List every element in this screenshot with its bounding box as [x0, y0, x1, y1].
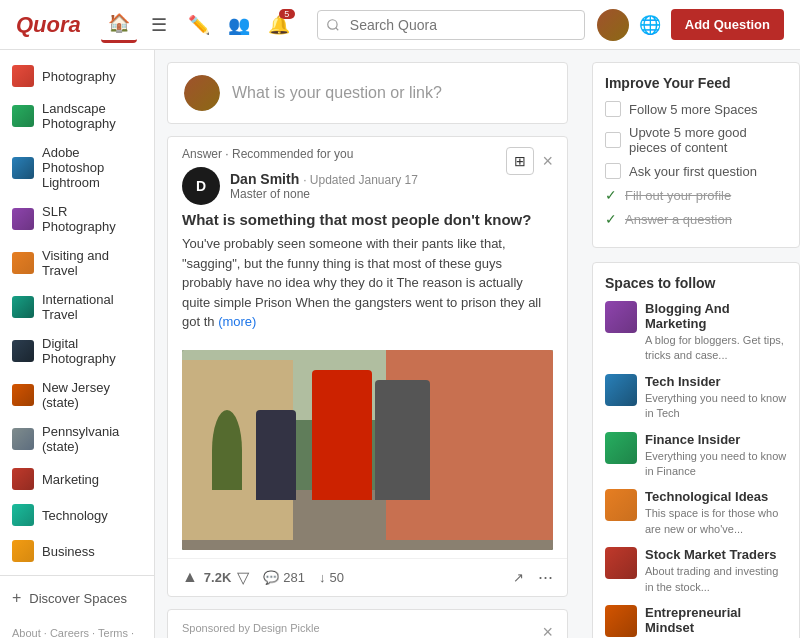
space-name-1[interactable]: Tech Insider — [645, 374, 787, 389]
more-link[interactable]: (more) — [218, 314, 256, 329]
feed-item-0: Follow 5 more Spaces — [605, 101, 787, 117]
sidebar-item-digital[interactable]: Digital Photography — [0, 329, 154, 373]
space-name-4[interactable]: Stock Market Traders — [645, 547, 787, 562]
share-icon: ↗ — [513, 570, 524, 585]
footer-careers[interactable]: Careers — [50, 627, 89, 638]
nav-edit[interactable]: ✏️ — [181, 7, 217, 43]
author-name[interactable]: Dan Smith · Updated January 17 — [230, 171, 418, 187]
nav-home[interactable]: 🏠 — [101, 7, 137, 43]
feed-label-0: Follow 5 more Spaces — [629, 102, 758, 117]
space-name-5[interactable]: Entrepreneurial Mindset — [645, 605, 787, 635]
ask-avatar — [184, 75, 220, 111]
sidebar-item-marketing[interactable]: Marketing — [0, 461, 154, 497]
close-button[interactable]: × — [542, 152, 553, 170]
travel-icon — [12, 252, 34, 274]
space-info-2: Finance Insider Everything you need to k… — [645, 432, 787, 480]
slr-icon — [12, 208, 34, 230]
space-info-4: Stock Market Traders About trading and i… — [645, 547, 787, 595]
feed-label-4: Answer a question — [625, 212, 732, 227]
main-content: What is your question or link? Answer · … — [155, 50, 580, 638]
checkbox-2[interactable] — [605, 163, 621, 179]
space-name-0[interactable]: Blogging And Marketing — [645, 301, 787, 331]
ask-placeholder[interactable]: What is your question or link? — [232, 84, 551, 102]
add-question-button[interactable]: Add Question — [671, 9, 784, 40]
bell-badge: 5 — [279, 9, 295, 19]
downvote-button[interactable]: ▽ — [237, 568, 249, 587]
sidebar-divider — [0, 575, 154, 576]
sidebar-item-photography[interactable]: Photography — [0, 58, 154, 94]
check-done-3: ✓ — [605, 187, 617, 203]
space-desc-1: Everything you need to know in Tech — [645, 391, 787, 422]
space-desc-4: About trading and investing in the stock… — [645, 564, 787, 595]
sidebar-item-slr[interactable]: SLR Photography — [0, 197, 154, 241]
feed-label-1: Upvote 5 more good pieces of content — [629, 125, 787, 155]
nav-bell[interactable]: 🔔 5 — [261, 7, 297, 43]
search-input[interactable] — [317, 10, 585, 40]
photography-icon — [12, 65, 34, 87]
business-icon — [12, 540, 34, 562]
more-button[interactable]: ··· — [538, 567, 553, 588]
feed-item-1: Upvote 5 more good pieces of content — [605, 125, 787, 155]
scene-figure3 — [256, 410, 296, 500]
discover-label: Discover Spaces — [29, 591, 127, 606]
space-name-3[interactable]: Technological Ideas — [645, 489, 787, 504]
sidebar-label-visiting: Visiting and Travel — [42, 248, 142, 278]
sidebar-item-pennsylvania[interactable]: Pennsylvania (state) — [0, 417, 154, 461]
vote-area: ▲ 7.2K ▽ — [182, 568, 249, 587]
landscape-icon — [12, 105, 34, 127]
scene-figure2 — [375, 380, 430, 500]
answer-body: What is something that most people don't… — [168, 211, 567, 342]
share-button[interactable]: ↗ — [513, 570, 524, 585]
ask-question-box: What is your question or link? — [167, 62, 568, 124]
downvote-count-area: ↓ 50 — [319, 570, 344, 585]
answer-text: You've probably seen someone with their … — [182, 234, 553, 332]
sidebar-label-photography: Photography — [42, 69, 116, 84]
sidebar-item-newjersey[interactable]: New Jersey (state) — [0, 373, 154, 417]
comment-button[interactable]: 💬 281 — [263, 570, 305, 585]
sponsored-close-button[interactable]: × — [542, 622, 553, 639]
space-icon-techideas — [605, 489, 637, 521]
sidebar-item-visiting[interactable]: Visiting and Travel — [0, 241, 154, 285]
checkbox-0[interactable] — [605, 101, 621, 117]
space-desc-0: A blog for bloggers. Get tips, tricks an… — [645, 333, 787, 364]
globe-icon[interactable]: 🌐 — [639, 14, 661, 36]
sponsored-label: Sponsored by Design Pickle — [182, 622, 553, 634]
pa-icon — [12, 428, 34, 450]
feed-item-2: Ask your first question — [605, 163, 787, 179]
scene-figure1 — [312, 370, 372, 500]
space-info-0: Blogging And Marketing A blog for blogge… — [645, 301, 787, 364]
vote-count: 7.2K — [204, 570, 231, 585]
nav-people[interactable]: 👥 — [221, 7, 257, 43]
answer-expand-icon[interactable]: ⊞ — [506, 147, 534, 175]
space-name-2[interactable]: Finance Insider — [645, 432, 787, 447]
plus-icon: + — [12, 589, 21, 607]
header: Quora 🏠 ☰ ✏️ 👥 🔔 5 🌐 Add Question — [0, 0, 800, 50]
checkbox-1[interactable] — [605, 132, 621, 148]
footer-about[interactable]: About — [12, 627, 41, 638]
sidebar-label-digital: Digital Photography — [42, 336, 142, 366]
space-icon-tech — [605, 374, 637, 406]
right-panel: Improve Your Feed Follow 5 more Spaces U… — [580, 50, 800, 638]
sidebar-item-business[interactable]: Business — [0, 533, 154, 569]
answer-question: What is something that most people don't… — [182, 211, 553, 228]
space-info-3: Technological Ideas This space is for th… — [645, 489, 787, 537]
feed-label-3: Fill out your profile — [625, 188, 731, 203]
sidebar-item-technology[interactable]: Technology — [0, 497, 154, 533]
answer-header-actions: ⊞ × — [506, 147, 553, 175]
footer-terms[interactable]: Terms — [98, 627, 128, 638]
sidebar-item-discover[interactable]: + Discover Spaces — [0, 582, 154, 614]
nav-list[interactable]: ☰ — [141, 7, 177, 43]
avatar[interactable] — [597, 9, 629, 41]
digital-icon — [12, 340, 34, 362]
logo[interactable]: Quora — [16, 12, 81, 38]
main-nav: 🏠 ☰ ✏️ 👥 🔔 5 — [101, 7, 297, 43]
upvote-button[interactable]: ▲ — [182, 568, 198, 586]
space-item-2: Finance Insider Everything you need to k… — [605, 432, 787, 480]
sidebar-item-international[interactable]: International Travel — [0, 285, 154, 329]
sidebar-label-international: International Travel — [42, 292, 142, 322]
space-item-5: Entrepreneurial Mindset A space to think… — [605, 605, 787, 638]
sidebar-item-adobe[interactable]: Adobe Photoshop Lightroom — [0, 138, 154, 197]
sidebar-item-landscape[interactable]: Landscape Photography — [0, 94, 154, 138]
answer-footer: ▲ 7.2K ▽ 💬 281 ↓ 50 ↗ ··· — [168, 558, 567, 596]
author-info: Dan Smith · Updated January 17 Master of… — [230, 171, 418, 201]
